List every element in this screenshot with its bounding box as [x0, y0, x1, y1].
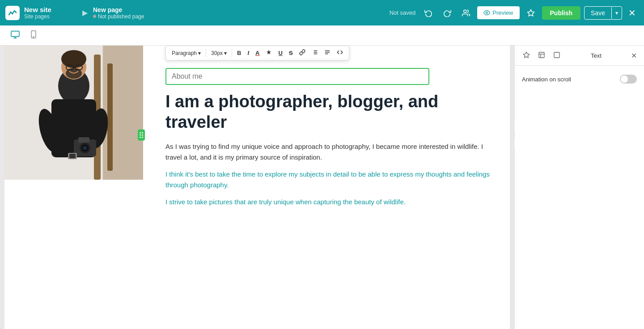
logo-icon[interactable]	[5, 6, 20, 20]
underline-button[interactable]: U	[276, 48, 284, 58]
breadcrumb-arrow: ▶	[82, 8, 88, 17]
toolbar-divider-1	[206, 49, 206, 57]
status-dot	[93, 15, 96, 18]
text-color-button[interactable]: A	[253, 48, 262, 58]
svg-marker-2	[527, 9, 534, 16]
collaborate-button[interactable]	[458, 6, 474, 20]
right-panel: Text ✕ Animation on scroll	[514, 46, 644, 329]
svg-rect-28	[69, 154, 76, 158]
panel-icon-btn-1[interactable]	[520, 49, 533, 62]
svg-point-26	[83, 146, 87, 150]
save-status: Not saved	[390, 9, 416, 16]
svg-marker-38	[523, 52, 529, 58]
about-section: Paragraph ▾ 30px ▾ B I A	[4, 46, 510, 269]
link-button[interactable]	[297, 48, 308, 58]
paragraph-dropdown-icon: ▾	[198, 50, 201, 56]
page-name[interactable]: New page	[93, 6, 144, 13]
secondary-toolbar	[0, 25, 644, 46]
site-pages-link[interactable]: Site pages	[24, 13, 51, 20]
panel-icon-btn-3[interactable]	[551, 49, 563, 62]
animation-toggle[interactable]	[620, 75, 637, 84]
site-info: New site Site pages	[24, 6, 51, 20]
photo-side	[4, 46, 143, 269]
site-name[interactable]: New site	[24, 6, 51, 13]
text-content-area: Paragraph ▾ 30px ▾ B I A	[143, 46, 510, 269]
body-paragraph-2[interactable]: I think it's best to take the time to ex…	[165, 169, 496, 190]
align-button[interactable]	[322, 48, 333, 58]
animation-label: Animation on scroll	[522, 76, 571, 83]
reorder-arrows: ↑ ↓	[513, 120, 514, 150]
panel-icon-btn-2[interactable]	[535, 49, 548, 62]
ai-button[interactable]	[523, 6, 538, 20]
svg-rect-23	[78, 137, 89, 143]
page-content: Paragraph ▾ 30px ▾ B I A	[4, 46, 510, 329]
svg-rect-11	[107, 63, 113, 171]
strikethrough-button[interactable]: S	[287, 48, 295, 58]
svg-point-0	[464, 10, 466, 13]
panel-close-button[interactable]: ✕	[629, 50, 639, 62]
toolbar-divider-2	[232, 49, 232, 57]
page-status: Not published page	[93, 13, 144, 20]
main-heading[interactable]: I am a photographer, blogger, and travel…	[165, 92, 496, 132]
save-dropdown-button[interactable]: ▾	[611, 7, 622, 19]
highlight-button[interactable]	[263, 48, 274, 58]
page-info: New page Not published page	[93, 6, 144, 20]
editor-area: Paragraph ▾ 30px ▾ B I A	[0, 46, 644, 329]
list-button[interactable]	[309, 48, 320, 58]
move-down-button[interactable]: ↓	[513, 138, 514, 150]
body-paragraph-3[interactable]: I strive to take pictures that are truly…	[165, 197, 496, 207]
panel-body: Animation on scroll	[515, 66, 644, 93]
canvas: Paragraph ▾ 30px ▾ B I A	[0, 46, 514, 329]
save-button-group: Save ▾	[584, 6, 622, 20]
animation-on-scroll-row: Animation on scroll	[522, 75, 637, 84]
body-paragraph-1[interactable]: As I was trying to find my unique voice …	[165, 141, 496, 163]
svg-rect-39	[539, 52, 544, 58]
panel-title: Text	[591, 52, 602, 59]
font-size-select[interactable]: 30px ▾	[209, 49, 229, 58]
photo-image	[4, 46, 143, 180]
svg-rect-3	[11, 31, 19, 37]
top-navigation: New site Site pages ▶ New page Not publi…	[0, 0, 644, 25]
italic-button[interactable]: I	[245, 48, 251, 58]
fontsize-dropdown-icon: ▾	[224, 50, 227, 56]
text-formatting-toolbar: Paragraph ▾ 30px ▾ B I A	[165, 46, 349, 60]
move-up-button[interactable]: ↑	[513, 120, 514, 132]
redo-button[interactable]	[440, 6, 455, 20]
publish-button[interactable]: Publish	[542, 6, 581, 20]
bold-button[interactable]: B	[235, 48, 243, 58]
svg-point-7	[33, 37, 34, 38]
about-label-input[interactable]	[165, 68, 429, 85]
paragraph-style-select[interactable]: Paragraph ▾	[169, 49, 203, 58]
mobile-view-button[interactable]	[27, 28, 40, 43]
svg-rect-42	[554, 52, 559, 58]
panel-header: Text ✕	[515, 46, 644, 66]
undo-button[interactable]	[421, 6, 436, 20]
code-button[interactable]	[335, 48, 345, 58]
desktop-view-button[interactable]	[7, 28, 23, 43]
save-button[interactable]: Save	[585, 7, 611, 19]
svg-point-14	[61, 50, 86, 68]
close-editor-button[interactable]: ✕	[626, 6, 639, 20]
svg-point-1	[486, 12, 488, 14]
logo-area: New site Site pages	[5, 6, 77, 20]
preview-button[interactable]: Preview	[477, 6, 519, 19]
drag-handle[interactable]	[138, 130, 145, 141]
